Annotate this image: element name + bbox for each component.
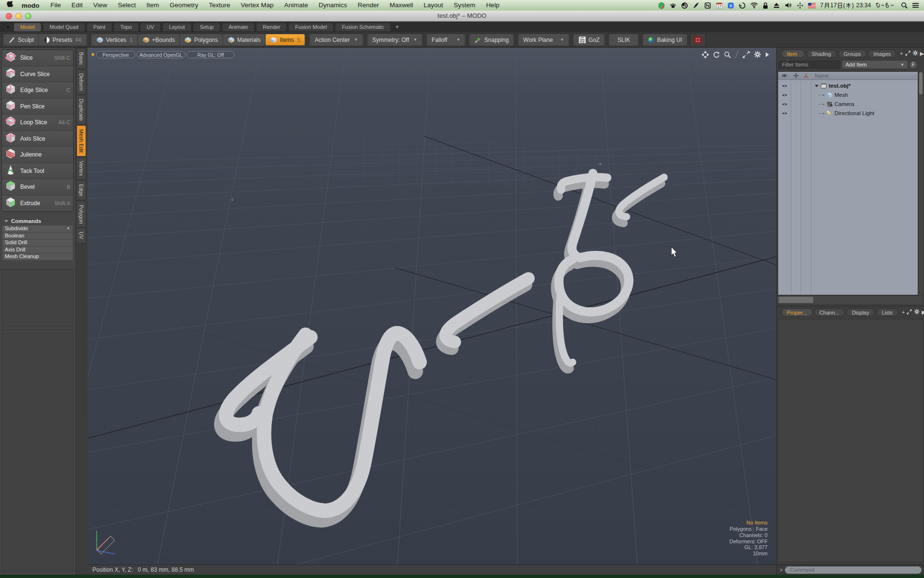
- add-item-dropdown[interactable]: Add Item▼: [842, 61, 908, 68]
- tab-channels[interactable]: Chann...: [814, 308, 845, 316]
- item-row-camera[interactable]: Camera: [778, 100, 918, 109]
- snapping-button[interactable]: Snapping: [470, 34, 513, 45]
- menu-edit[interactable]: Edit: [66, 0, 88, 11]
- panel-more-icon[interactable]: ▶: [920, 51, 924, 57]
- viewport-more-arrow-icon[interactable]: [765, 51, 770, 60]
- goz-button[interactable]: GoZ GoZ: [574, 34, 604, 45]
- filter-items-input[interactable]: [779, 61, 840, 68]
- category-tab-duplicate[interactable]: Duplicate: [77, 95, 86, 125]
- tab-images[interactable]: Images: [868, 50, 896, 58]
- panel-gear-icon[interactable]: [912, 50, 918, 57]
- tool-edge-slice[interactable]: Edge SliceC: [2, 82, 73, 99]
- category-tab-mesh-edit[interactable]: Mesh Edit: [77, 125, 86, 157]
- tool-curve-slice[interactable]: Curve Slice: [2, 66, 73, 83]
- properties-more-icon[interactable]: ▶: [922, 309, 924, 315]
- filter-button[interactable]: F: [910, 61, 917, 68]
- visibility-eye-icon[interactable]: [782, 102, 788, 106]
- menu-select[interactable]: Select: [113, 0, 141, 11]
- status-blue8-icon[interactable]: 8: [727, 2, 734, 9]
- menu-texture[interactable]: Texture: [204, 0, 235, 11]
- falloff-dropdown[interactable]: Falloff▼: [427, 34, 464, 45]
- add-panel-tab-icon[interactable]: +: [900, 51, 903, 56]
- vertices-mode-button[interactable]: Vertices 1: [92, 34, 137, 45]
- visibility-eye-icon[interactable]: [782, 111, 788, 116]
- tool-pen-slice[interactable]: Pen Slice: [2, 99, 73, 115]
- status-flag-us-icon[interactable]: [808, 3, 816, 8]
- item-row-test-obj-[interactable]: test.obj*: [778, 81, 918, 91]
- tool-axis-slice[interactable]: Axis Slice: [2, 131, 73, 147]
- menu-maxwell[interactable]: Maxwell: [385, 0, 419, 11]
- command-solid-drill[interactable]: Solid Drill: [2, 239, 73, 246]
- tab-topo[interactable]: Topo: [114, 23, 138, 31]
- status-dots-icon[interactable]: [796, 2, 804, 9]
- notification-center-icon[interactable]: [912, 2, 919, 9]
- category-tab-basic[interactable]: Basic: [77, 48, 86, 69]
- expand-triangle-icon[interactable]: [815, 85, 819, 87]
- status-quill-icon[interactable]: [693, 2, 700, 9]
- menu-geometry[interactable]: Geometry: [165, 0, 204, 11]
- viewport-raygl-button[interactable]: Ray GL: Off: [187, 51, 234, 58]
- polygons-mode-button[interactable]: Polygons: [180, 34, 222, 45]
- menu-dynamics[interactable]: Dynamics: [313, 0, 352, 11]
- layout-menu-widget[interactable]: [6, 25, 10, 29]
- add-properties-tab-icon[interactable]: +: [902, 309, 905, 315]
- category-tab-vertex[interactable]: Vertex: [77, 157, 86, 180]
- viewport-renderer-button[interactable]: Advanced OpenGL: [137, 51, 185, 58]
- menu-view[interactable]: View: [88, 0, 113, 11]
- viewport-maximize-icon[interactable]: [743, 51, 750, 60]
- recoil-tool-icon[interactable]: [692, 34, 704, 45]
- viewport-3d[interactable]: Perspective Advanced OpenGL Ray GL: Off …: [88, 48, 776, 565]
- status-wifi-icon[interactable]: [750, 2, 758, 9]
- tab-groups[interactable]: Groups: [838, 50, 866, 58]
- baking-ui-button[interactable]: Baking UI: [643, 34, 686, 45]
- tab-lists[interactable]: Lists: [876, 308, 898, 316]
- command-input[interactable]: [785, 566, 922, 574]
- tool-tack-tool[interactable]: Tack Tool: [2, 163, 73, 180]
- menu-system[interactable]: System: [449, 0, 481, 11]
- status-eject-icon[interactable]: [773, 2, 780, 9]
- tool-slice[interactable]: SliceShift-C: [2, 50, 73, 66]
- slik-button[interactable]: SLIK: [610, 34, 638, 45]
- bounds-mode-button[interactable]: +Bounds: [138, 34, 180, 45]
- menu-file[interactable]: File: [45, 0, 66, 11]
- viewport-pan-icon[interactable]: [702, 51, 709, 60]
- category-tab-edge[interactable]: Edge: [77, 180, 86, 200]
- menu-render[interactable]: Render: [352, 0, 384, 11]
- tab-paint[interactable]: Paint: [87, 23, 112, 31]
- status-volume-icon[interactable]: [784, 2, 792, 9]
- visibility-eye-icon[interactable]: [782, 84, 788, 88]
- status-lock-icon[interactable]: [762, 2, 769, 9]
- menu-item[interactable]: Item: [141, 0, 164, 11]
- materials-mode-button[interactable]: Materials: [223, 34, 265, 45]
- category-tab-polygon[interactable]: Polygon: [77, 201, 86, 228]
- status-paw-icon[interactable]: [669, 2, 677, 9]
- add-tab-button[interactable]: +: [393, 24, 402, 30]
- tool-bevel[interactable]: BevelB: [2, 179, 73, 196]
- menu-layout[interactable]: Layout: [418, 0, 449, 11]
- category-tab-deform[interactable]: Deform: [77, 69, 86, 94]
- tab-fusion-schematic[interactable]: Fusion Schematic: [335, 23, 390, 31]
- menubar-username[interactable]: [875, 2, 897, 9]
- action-center-dropdown[interactable]: Action Center▼: [310, 34, 362, 45]
- status-notes-icon[interactable]: [704, 2, 711, 9]
- status-calendar-icon[interactable]: 17: [716, 2, 723, 9]
- tool-loop-slice[interactable]: Loop SliceAlt-C: [2, 115, 73, 131]
- sculpt-button[interactable]: Sculpt: [4, 34, 38, 45]
- item-list-vscrollbar[interactable]: [919, 71, 923, 295]
- work-plane-dropdown[interactable]: Work Plane▼: [519, 34, 568, 45]
- status-spiral-icon[interactable]: [681, 2, 688, 9]
- window-titlebar[interactable]: test.obj* – MODO: [0, 11, 924, 22]
- tab-animate[interactable]: Animate: [222, 23, 254, 31]
- symmetry-dropdown[interactable]: Symmetry: Off▼: [368, 34, 422, 45]
- command-axis-drill[interactable]: Axis Drill: [2, 247, 73, 253]
- viewport-mode-button[interactable]: Perspective: [96, 51, 135, 58]
- expand-panel-icon[interactable]: [905, 51, 911, 57]
- presets-button[interactable]: Presets F6: [39, 34, 86, 45]
- tab-setup[interactable]: Setup: [193, 23, 220, 31]
- command-boolean[interactable]: Boolean: [2, 233, 73, 239]
- tab-display[interactable]: Display: [847, 308, 874, 316]
- apple-menu-icon[interactable]: [7, 1, 14, 10]
- category-tab-uv[interactable]: UV: [77, 228, 86, 243]
- properties-gear-icon[interactable]: [914, 309, 920, 315]
- tool-julienne[interactable]: Julienne: [2, 147, 73, 163]
